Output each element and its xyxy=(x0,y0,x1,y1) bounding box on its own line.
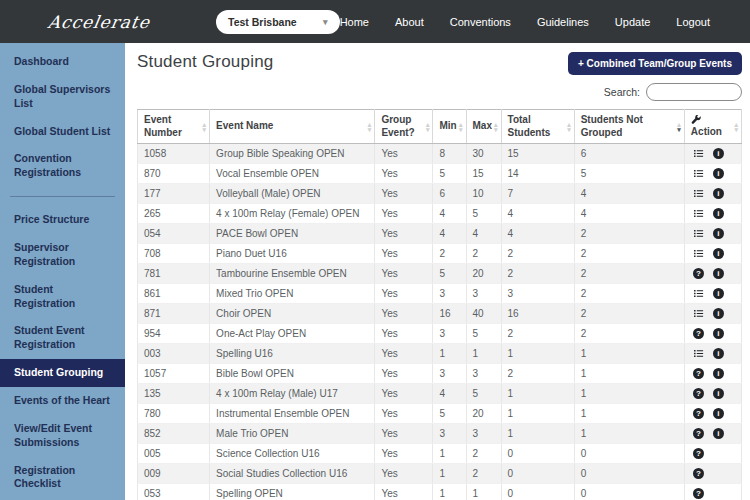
actions-cell: ?i xyxy=(684,364,741,384)
sidebar-item-supervisor-registration[interactable]: Supervisor Registration xyxy=(0,234,125,276)
min-cell: 3 xyxy=(433,424,466,444)
column-header-students-not-grouped[interactable]: Students Not Grouped▴▾ xyxy=(574,110,684,144)
nav-link-about[interactable]: About xyxy=(395,16,424,28)
group-list-icon[interactable] xyxy=(693,148,704,159)
sort-arrows-icon: ▴▾ xyxy=(677,122,681,132)
question-icon[interactable]: ? xyxy=(693,328,704,339)
total-students-cell: 4 xyxy=(501,204,574,224)
total-students-cell: 1 xyxy=(501,424,574,444)
max-cell: 1 xyxy=(466,484,501,500)
info-icon[interactable]: i xyxy=(713,268,724,279)
sidebar-item-registration-checklist[interactable]: Registration Checklist xyxy=(0,457,125,499)
question-icon[interactable]: ? xyxy=(693,488,704,499)
info-icon[interactable]: i xyxy=(713,408,724,419)
sidebar-item-convention-registrations[interactable]: Convention Registrations xyxy=(0,145,125,187)
column-header-max[interactable]: Max▴▾ xyxy=(466,110,501,144)
nav-link-home[interactable]: Home xyxy=(340,16,369,28)
actions-cell: i xyxy=(684,144,741,164)
min-cell: 5 xyxy=(433,264,466,284)
info-icon[interactable]: i xyxy=(713,388,724,399)
table-row: 053 Spelling OPEN Yes 1 1 0 0 ? xyxy=(138,484,742,500)
sidebar-item-view-edit-event-submissions[interactable]: View/Edit Event Submissions xyxy=(0,415,125,457)
group-list-icon[interactable] xyxy=(693,248,704,259)
info-icon[interactable]: i xyxy=(713,248,724,259)
min-cell: 2 xyxy=(433,244,466,264)
min-cell: 1 xyxy=(433,464,466,484)
info-icon[interactable]: i xyxy=(713,288,724,299)
total-students-cell: 16 xyxy=(501,304,574,324)
event-number-cell: 870 xyxy=(138,164,210,184)
event-name-cell: Spelling OPEN xyxy=(210,484,375,500)
group-list-icon[interactable] xyxy=(693,208,704,219)
group-list-icon[interactable] xyxy=(693,168,704,179)
sidebar-item-global-supervisors-list[interactable]: Global Supervisors List xyxy=(0,76,125,118)
question-icon[interactable]: ? xyxy=(693,388,704,399)
column-header-total-students[interactable]: Total Students▴▾ xyxy=(501,110,574,144)
min-cell: 4 xyxy=(433,384,466,404)
sidebar-item-global-student-list[interactable]: Global Student List xyxy=(0,118,125,146)
group-list-icon[interactable] xyxy=(693,308,704,319)
info-icon[interactable]: i xyxy=(713,168,724,179)
info-icon[interactable]: i xyxy=(713,148,724,159)
nav-link-guidelines[interactable]: Guidelines xyxy=(537,16,589,28)
sidebar-item-student-grouping[interactable]: Student Grouping xyxy=(0,359,125,387)
sidebar-item-student-event-registration[interactable]: Student Event Registration xyxy=(0,317,125,359)
group-list-icon[interactable] xyxy=(693,348,704,359)
group-event-cell: Yes xyxy=(375,324,433,344)
page-title: Student Grouping xyxy=(137,52,273,72)
event-name-cell: Social Studies Collection U16 xyxy=(210,464,375,484)
question-icon[interactable]: ? xyxy=(693,468,704,479)
students-not-grouped-cell: 2 xyxy=(574,244,684,264)
column-header-action[interactable]: Action▴▾ xyxy=(684,110,741,144)
combined-team-group-events-button[interactable]: + Combined Team/Group Events xyxy=(568,52,742,75)
nav-link-conventions[interactable]: Conventions xyxy=(450,16,511,28)
search-input[interactable] xyxy=(646,83,742,101)
question-icon[interactable]: ? xyxy=(693,408,704,419)
info-icon[interactable]: i xyxy=(713,228,724,239)
wrench-icon xyxy=(691,115,701,125)
event-number-cell: 708 xyxy=(138,244,210,264)
question-icon[interactable]: ? xyxy=(693,428,704,439)
students-not-grouped-cell: 0 xyxy=(574,444,684,464)
app-logo[interactable]: Accelerate xyxy=(46,12,152,32)
question-icon[interactable]: ? xyxy=(693,268,704,279)
event-number-cell: 852 xyxy=(138,424,210,444)
info-icon[interactable]: i xyxy=(713,188,724,199)
info-icon[interactable]: i xyxy=(713,308,724,319)
organisation-dropdown[interactable]: Test Brisbane ▾ xyxy=(216,10,340,34)
info-icon[interactable]: i xyxy=(713,368,724,379)
question-icon[interactable]: ? xyxy=(693,368,704,379)
table-row: 781 Tambourine Ensemble OPEN Yes 5 20 2 … xyxy=(138,264,742,284)
total-students-cell: 0 xyxy=(501,464,574,484)
group-event-cell: Yes xyxy=(375,224,433,244)
max-cell: 10 xyxy=(466,184,501,204)
info-icon[interactable]: i xyxy=(713,208,724,219)
sidebar-item-events-of-the-heart[interactable]: Events of the Heart xyxy=(0,387,125,415)
table-row: 870 Vocal Ensemble OPEN Yes 5 15 14 5 i xyxy=(138,164,742,184)
total-students-cell: 2 xyxy=(501,324,574,344)
group-list-icon[interactable] xyxy=(693,188,704,199)
group-event-cell: Yes xyxy=(375,464,433,484)
event-name-cell: Instrumental Ensemble OPEN xyxy=(210,404,375,424)
group-event-cell: Yes xyxy=(375,344,433,364)
question-icon[interactable]: ? xyxy=(693,448,704,459)
max-cell: 2 xyxy=(466,244,501,264)
column-header-min[interactable]: Min▴▾ xyxy=(433,110,466,144)
column-header-group-event[interactable]: Group Event?▴▾ xyxy=(375,110,433,144)
sidebar-item-dashboard[interactable]: Dashboard xyxy=(0,48,125,76)
column-header-event-number[interactable]: Event Number▴▾ xyxy=(138,110,210,144)
group-list-icon[interactable] xyxy=(693,228,704,239)
actions-cell: ?i xyxy=(684,384,741,404)
info-icon[interactable]: i xyxy=(713,348,724,359)
nav-link-logout[interactable]: Logout xyxy=(676,16,710,28)
info-icon[interactable]: i xyxy=(713,428,724,439)
students-not-grouped-cell: 1 xyxy=(574,384,684,404)
sidebar-item-student-registration[interactable]: Student Registration xyxy=(0,276,125,318)
nav-link-update[interactable]: Update xyxy=(615,16,650,28)
column-header-event-name[interactable]: Event Name▴▾ xyxy=(210,110,375,144)
event-name-cell: Tambourine Ensemble OPEN xyxy=(210,264,375,284)
students-not-grouped-cell: 2 xyxy=(574,304,684,324)
sidebar-item-price-structure[interactable]: Price Structure xyxy=(0,206,125,234)
info-icon[interactable]: i xyxy=(713,328,724,339)
group-list-icon[interactable] xyxy=(693,288,704,299)
